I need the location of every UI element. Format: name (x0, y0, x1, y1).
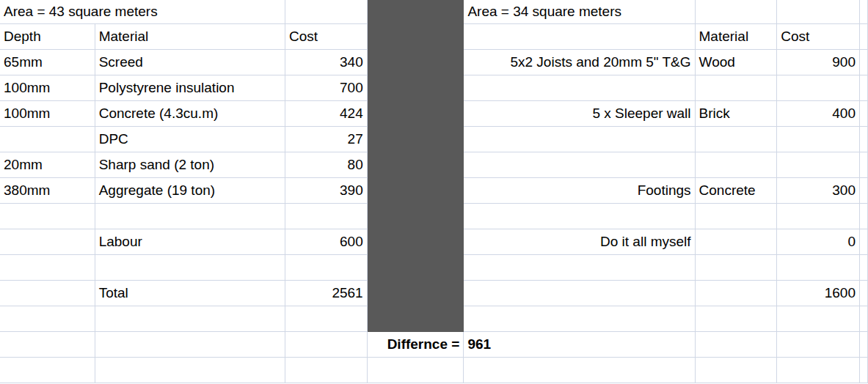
right-header-cost-cell[interactable]: Cost (777, 24, 860, 50)
left-depth-cell[interactable]: 100mm (0, 75, 95, 101)
left-material-cell[interactable]: Screed (95, 50, 285, 75)
left-material-cell[interactable]: Labour (95, 229, 285, 255)
right-description-cell[interactable] (464, 127, 695, 152)
cell-A15[interactable] (0, 358, 95, 383)
left-depth-cell[interactable]: 20mm (0, 152, 95, 178)
left-material-cell[interactable]: DPC (95, 127, 285, 152)
cell-H13[interactable] (860, 306, 868, 332)
right-cost-cell[interactable]: 400 (777, 101, 860, 127)
cell-H15[interactable] (860, 358, 868, 383)
dark-column-cell[interactable] (368, 127, 464, 152)
left-depth-cell[interactable] (0, 229, 95, 255)
cell-H3[interactable] (860, 50, 868, 75)
right-cost-cell[interactable] (777, 127, 860, 152)
left-depth-cell[interactable]: 65mm (0, 50, 95, 75)
cell-B14[interactable] (95, 332, 285, 358)
left-cost-cell[interactable]: 27 (285, 127, 368, 152)
cell-H8[interactable] (860, 178, 868, 204)
left-material-cell[interactable] (95, 306, 285, 332)
left-material-cell[interactable]: Sharp sand (2 ton) (95, 152, 285, 178)
left-cost-cell[interactable] (285, 255, 368, 281)
left-cost-cell[interactable]: 390 (285, 178, 368, 204)
cell-G14[interactable] (777, 332, 860, 358)
right-material-cell[interactable] (696, 204, 778, 229)
cell-F14[interactable] (696, 332, 778, 358)
right-cost-cell[interactable] (777, 152, 860, 178)
cell-E2[interactable] (464, 24, 695, 50)
cell-H4[interactable] (860, 75, 868, 101)
cell-H5[interactable] (860, 101, 868, 127)
right-description-cell[interactable]: Do it all myself (464, 229, 695, 255)
right-description-cell[interactable] (464, 204, 695, 229)
dark-column-cell[interactable] (368, 50, 464, 75)
cell-G1[interactable] (860, 0, 868, 24)
right-cost-cell[interactable] (777, 306, 860, 332)
left-cost-cell[interactable]: 700 (285, 75, 368, 101)
right-cost-cell[interactable]: 1600 (777, 281, 860, 306)
left-header-depth-cell[interactable]: Depth (0, 24, 95, 50)
dark-column-cell[interactable] (368, 152, 464, 178)
cell-H7[interactable] (860, 152, 868, 178)
right-description-cell[interactable]: 5 x Sleeper wall (464, 101, 695, 127)
left-material-cell[interactable] (95, 255, 285, 281)
right-header-material-cell[interactable]: Material (696, 24, 778, 50)
left-cost-cell[interactable]: 80 (285, 152, 368, 178)
left-depth-cell[interactable] (0, 127, 95, 152)
right-material-cell[interactable] (696, 152, 778, 178)
right-table-title-cell[interactable]: Area = 34 square meters (464, 0, 695, 24)
cell-H10[interactable] (860, 229, 868, 255)
left-cost-cell[interactable] (285, 204, 368, 229)
cell-H12[interactable] (860, 281, 868, 306)
left-depth-cell[interactable]: 100mm (0, 101, 95, 127)
right-description-cell[interactable] (464, 255, 695, 281)
left-material-cell[interactable] (95, 204, 285, 229)
difference-value-cell[interactable]: 961 (464, 332, 695, 358)
dark-column-cell[interactable] (368, 204, 464, 229)
left-cost-cell[interactable]: 340 (285, 50, 368, 75)
dark-column-cell[interactable] (368, 178, 464, 204)
cell-D15[interactable] (368, 358, 464, 383)
right-description-cell[interactable] (464, 306, 695, 332)
cell-F1[interactable] (777, 0, 860, 24)
left-cost-cell[interactable]: 2561 (285, 281, 368, 306)
left-depth-cell[interactable] (0, 204, 95, 229)
left-header-material-cell[interactable]: Material (95, 24, 285, 50)
dark-column-cell[interactable] (368, 281, 464, 306)
dark-column-cell[interactable] (368, 75, 464, 101)
right-description-cell[interactable]: 5x2 Joists and 20mm 5" T&G (464, 50, 695, 75)
dark-column-cell[interactable] (368, 24, 464, 50)
left-cost-cell[interactable]: 600 (285, 229, 368, 255)
left-material-cell[interactable]: Concrete (4.3cu.m) (95, 101, 285, 127)
right-material-cell[interactable] (696, 229, 778, 255)
dark-column-cell[interactable] (368, 255, 464, 281)
cell-C15[interactable] (285, 358, 368, 383)
dark-column-cell[interactable] (368, 101, 464, 127)
cell-H11[interactable] (860, 255, 868, 281)
difference-label-cell[interactable]: Differnce = (368, 332, 464, 358)
right-cost-cell[interactable] (777, 75, 860, 101)
right-cost-cell[interactable]: 0 (777, 229, 860, 255)
right-material-cell[interactable] (696, 127, 778, 152)
left-material-cell[interactable]: Polystyrene insulation (95, 75, 285, 101)
right-description-cell[interactable]: Footings (464, 178, 695, 204)
cell-H9[interactable] (860, 204, 868, 229)
right-material-cell[interactable]: Brick (696, 101, 778, 127)
right-cost-cell[interactable]: 300 (777, 178, 860, 204)
cell-G15[interactable] (777, 358, 860, 383)
dark-column-cell[interactable] (368, 0, 464, 24)
right-material-cell[interactable] (696, 281, 778, 306)
left-depth-cell[interactable] (0, 255, 95, 281)
right-material-cell[interactable] (696, 306, 778, 332)
left-cost-cell[interactable] (285, 306, 368, 332)
cell-C14[interactable] (285, 332, 368, 358)
right-material-cell[interactable]: Wood (696, 50, 778, 75)
left-material-cell[interactable]: Aggregate (19 ton) (95, 178, 285, 204)
right-material-cell[interactable] (696, 255, 778, 281)
cell-A14[interactable] (0, 332, 95, 358)
cell-B1[interactable] (285, 0, 368, 24)
left-depth-cell[interactable] (0, 306, 95, 332)
left-header-cost-cell[interactable]: Cost (285, 24, 368, 50)
cell-B15[interactable] (95, 358, 285, 383)
right-material-cell[interactable]: Concrete (696, 178, 778, 204)
cell-E15[interactable] (464, 358, 695, 383)
